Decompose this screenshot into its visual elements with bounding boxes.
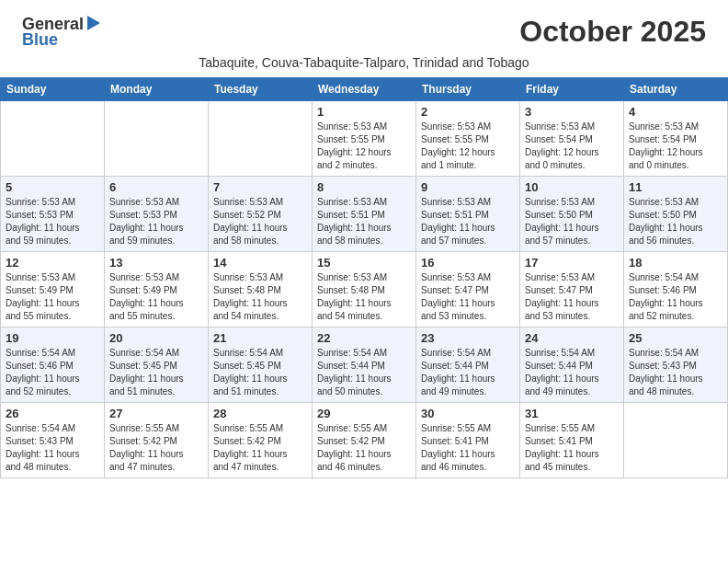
calendar-cell: 8Sunrise: 5:53 AMSunset: 5:51 PMDaylight… bbox=[313, 177, 416, 252]
day-number: 6 bbox=[109, 180, 203, 194]
day-number: 21 bbox=[213, 331, 307, 345]
day-number: 25 bbox=[629, 331, 722, 345]
calendar-cell: 6Sunrise: 5:53 AMSunset: 5:53 PMDaylight… bbox=[105, 177, 209, 252]
day-number: 17 bbox=[525, 256, 619, 270]
calendar-cell: 10Sunrise: 5:53 AMSunset: 5:50 PMDayligh… bbox=[520, 177, 624, 252]
day-info: Sunrise: 5:53 AMSunset: 5:51 PMDaylight:… bbox=[317, 196, 411, 247]
day-number: 28 bbox=[213, 407, 307, 420]
day-info: Sunrise: 5:53 AMSunset: 5:50 PMDaylight:… bbox=[629, 196, 722, 247]
day-info: Sunrise: 5:53 AMSunset: 5:51 PMDaylight:… bbox=[421, 196, 515, 247]
day-info: Sunrise: 5:55 AMSunset: 5:41 PMDaylight:… bbox=[525, 422, 619, 474]
calendar-cell: 21Sunrise: 5:54 AMSunset: 5:45 PMDayligh… bbox=[209, 327, 313, 403]
calendar-cell: 20Sunrise: 5:54 AMSunset: 5:45 PMDayligh… bbox=[105, 327, 209, 403]
calendar-cell: 29Sunrise: 5:55 AMSunset: 5:42 PMDayligh… bbox=[313, 403, 416, 478]
logo-triangle-icon bbox=[85, 16, 102, 32]
day-number: 12 bbox=[6, 256, 99, 270]
day-number: 4 bbox=[629, 105, 722, 119]
day-info: Sunrise: 5:54 AMSunset: 5:45 PMDaylight:… bbox=[213, 347, 307, 398]
day-number: 29 bbox=[317, 407, 411, 420]
calendar-subtitle: Tabaquite, Couva-Tabaquite-Talparo, Trin… bbox=[0, 53, 728, 77]
day-info: Sunrise: 5:55 AMSunset: 5:41 PMDaylight:… bbox=[421, 422, 515, 474]
day-number: 2 bbox=[421, 105, 515, 119]
calendar-cell: 15Sunrise: 5:53 AMSunset: 5:48 PMDayligh… bbox=[313, 252, 416, 327]
calendar-table: SundayMondayTuesdayWednesdayThursdayFrid… bbox=[0, 77, 728, 478]
day-number: 7 bbox=[213, 180, 307, 194]
calendar-cell: 9Sunrise: 5:53 AMSunset: 5:51 PMDaylight… bbox=[416, 177, 520, 252]
calendar-day-header: Saturday bbox=[624, 78, 728, 101]
svg-marker-0 bbox=[87, 16, 100, 30]
day-number: 18 bbox=[629, 256, 722, 270]
day-info: Sunrise: 5:54 AMSunset: 5:43 PMDaylight:… bbox=[6, 422, 99, 474]
day-info: Sunrise: 5:54 AMSunset: 5:45 PMDaylight:… bbox=[109, 347, 203, 398]
calendar-cell: 25Sunrise: 5:54 AMSunset: 5:43 PMDayligh… bbox=[624, 327, 728, 403]
day-number: 13 bbox=[109, 256, 203, 270]
calendar-day-header: Wednesday bbox=[313, 78, 416, 101]
calendar-cell: 27Sunrise: 5:55 AMSunset: 5:42 PMDayligh… bbox=[105, 403, 209, 478]
day-number: 23 bbox=[421, 331, 515, 345]
day-info: Sunrise: 5:53 AMSunset: 5:47 PMDaylight:… bbox=[421, 271, 515, 323]
calendar-day-header: Monday bbox=[105, 78, 209, 101]
calendar-cell: 24Sunrise: 5:54 AMSunset: 5:44 PMDayligh… bbox=[520, 327, 624, 403]
calendar-cell: 4Sunrise: 5:53 AMSunset: 5:54 PMDaylight… bbox=[624, 101, 728, 177]
day-info: Sunrise: 5:53 AMSunset: 5:53 PMDaylight:… bbox=[6, 196, 99, 247]
calendar-cell: 17Sunrise: 5:53 AMSunset: 5:47 PMDayligh… bbox=[520, 252, 624, 327]
day-number: 26 bbox=[6, 407, 99, 420]
day-info: Sunrise: 5:53 AMSunset: 5:54 PMDaylight:… bbox=[629, 121, 722, 172]
day-info: Sunrise: 5:55 AMSunset: 5:42 PMDaylight:… bbox=[317, 422, 411, 474]
day-number: 10 bbox=[525, 180, 619, 194]
day-info: Sunrise: 5:54 AMSunset: 5:46 PMDaylight:… bbox=[6, 347, 99, 398]
calendar-cell: 30Sunrise: 5:55 AMSunset: 5:41 PMDayligh… bbox=[416, 403, 520, 478]
calendar-cell: 23Sunrise: 5:54 AMSunset: 5:44 PMDayligh… bbox=[416, 327, 520, 403]
calendar-day-header: Friday bbox=[520, 78, 624, 101]
month-title: October 2025 bbox=[519, 15, 706, 49]
day-number: 5 bbox=[6, 180, 99, 194]
day-info: Sunrise: 5:53 AMSunset: 5:48 PMDaylight:… bbox=[317, 271, 411, 323]
day-number: 22 bbox=[317, 331, 411, 345]
day-number: 30 bbox=[421, 407, 515, 420]
day-number: 14 bbox=[213, 256, 307, 270]
calendar-day-header: Tuesday bbox=[209, 78, 313, 101]
day-info: Sunrise: 5:53 AMSunset: 5:47 PMDaylight:… bbox=[525, 271, 619, 323]
day-info: Sunrise: 5:53 AMSunset: 5:55 PMDaylight:… bbox=[421, 121, 515, 172]
day-info: Sunrise: 5:54 AMSunset: 5:43 PMDaylight:… bbox=[629, 347, 722, 398]
calendar-cell: 3Sunrise: 5:53 AMSunset: 5:54 PMDaylight… bbox=[520, 101, 624, 177]
day-info: Sunrise: 5:54 AMSunset: 5:44 PMDaylight:… bbox=[421, 347, 515, 398]
calendar-cell: 13Sunrise: 5:53 AMSunset: 5:49 PMDayligh… bbox=[105, 252, 209, 327]
day-info: Sunrise: 5:53 AMSunset: 5:53 PMDaylight:… bbox=[109, 196, 203, 247]
day-info: Sunrise: 5:54 AMSunset: 5:44 PMDaylight:… bbox=[525, 347, 619, 398]
day-number: 8 bbox=[317, 180, 411, 194]
day-info: Sunrise: 5:53 AMSunset: 5:54 PMDaylight:… bbox=[525, 121, 619, 172]
calendar-cell: 18Sunrise: 5:54 AMSunset: 5:46 PMDayligh… bbox=[624, 252, 728, 327]
calendar-cell: 12Sunrise: 5:53 AMSunset: 5:49 PMDayligh… bbox=[1, 252, 105, 327]
day-number: 9 bbox=[421, 180, 515, 194]
calendar-cell: 1Sunrise: 5:53 AMSunset: 5:55 PMDaylight… bbox=[313, 101, 416, 177]
day-info: Sunrise: 5:54 AMSunset: 5:44 PMDaylight:… bbox=[317, 347, 411, 398]
day-info: Sunrise: 5:53 AMSunset: 5:50 PMDaylight:… bbox=[525, 196, 619, 247]
day-info: Sunrise: 5:55 AMSunset: 5:42 PMDaylight:… bbox=[109, 422, 203, 474]
calendar-cell: 19Sunrise: 5:54 AMSunset: 5:46 PMDayligh… bbox=[1, 327, 105, 403]
calendar-cell: 14Sunrise: 5:53 AMSunset: 5:48 PMDayligh… bbox=[209, 252, 313, 327]
calendar-cell: 16Sunrise: 5:53 AMSunset: 5:47 PMDayligh… bbox=[416, 252, 520, 327]
day-info: Sunrise: 5:53 AMSunset: 5:48 PMDaylight:… bbox=[213, 271, 307, 323]
day-number: 1 bbox=[317, 105, 411, 119]
calendar-cell bbox=[624, 403, 728, 478]
calendar-day-header: Sunday bbox=[1, 78, 105, 101]
day-info: Sunrise: 5:53 AMSunset: 5:52 PMDaylight:… bbox=[213, 196, 307, 247]
calendar-cell: 11Sunrise: 5:53 AMSunset: 5:50 PMDayligh… bbox=[624, 177, 728, 252]
day-number: 20 bbox=[109, 331, 203, 345]
day-number: 27 bbox=[109, 407, 203, 420]
day-info: Sunrise: 5:54 AMSunset: 5:46 PMDaylight:… bbox=[629, 271, 722, 323]
day-number: 15 bbox=[317, 256, 411, 270]
calendar-day-header: Thursday bbox=[416, 78, 520, 101]
day-info: Sunrise: 5:55 AMSunset: 5:42 PMDaylight:… bbox=[213, 422, 307, 474]
calendar-cell: 5Sunrise: 5:53 AMSunset: 5:53 PMDaylight… bbox=[1, 177, 105, 252]
day-number: 24 bbox=[525, 331, 619, 345]
day-info: Sunrise: 5:53 AMSunset: 5:55 PMDaylight:… bbox=[317, 121, 411, 172]
logo-blue-text: Blue bbox=[22, 30, 58, 50]
calendar-cell: 28Sunrise: 5:55 AMSunset: 5:42 PMDayligh… bbox=[209, 403, 313, 478]
logo: General Blue bbox=[22, 15, 102, 50]
day-number: 19 bbox=[6, 331, 99, 345]
day-number: 11 bbox=[629, 180, 722, 194]
calendar-cell: 22Sunrise: 5:54 AMSunset: 5:44 PMDayligh… bbox=[313, 327, 416, 403]
day-number: 31 bbox=[525, 407, 619, 420]
